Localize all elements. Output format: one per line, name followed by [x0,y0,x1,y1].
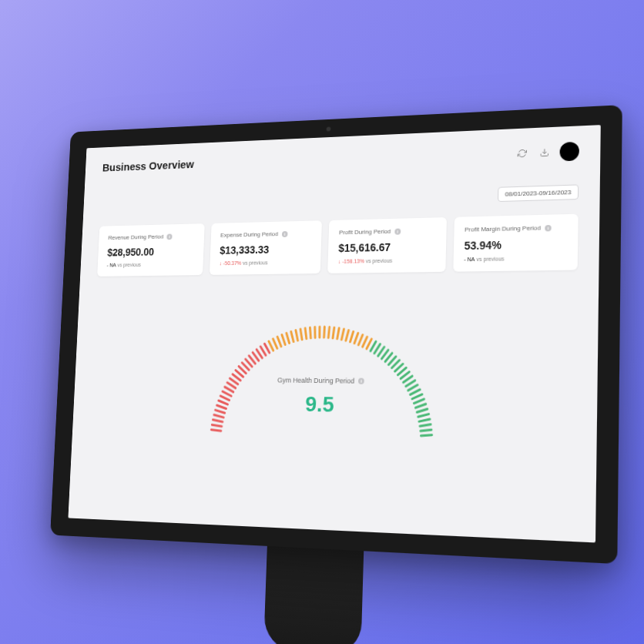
metric-card-revenue: Revenue During Period i $28,950.00 - NA … [97,223,204,277]
monitor-bezel: Business Overview 08/01/2023-09/16/2023 [50,105,622,564]
svg-line-48 [374,344,381,354]
metric-label: Expense During Period [220,230,278,238]
svg-line-4 [213,420,223,422]
svg-line-2 [211,430,221,431]
svg-line-26 [277,337,282,347]
gauge-section: Gym Health During Period i 9.5 [89,294,577,441]
refresh-icon[interactable] [515,146,529,161]
svg-line-41 [346,330,349,341]
metric-value: $13,333.33 [220,243,311,257]
svg-line-23 [264,344,270,353]
metric-card-expense: Expense During Period i $13,333.33 ↓ -50… [209,220,321,275]
metric-card-profit-margin: Profit Margin During Period i 53.94% - N… [453,214,579,272]
svg-line-29 [290,331,293,341]
metric-compare: ↓ -158.13% vs previous [338,257,434,264]
svg-line-5 [214,415,224,418]
svg-line-46 [367,339,371,349]
svg-line-45 [363,337,367,347]
metrics-row: Revenue During Period i $28,950.00 - NA … [97,214,579,277]
metric-compare: ↓ -50.37% vs previous [220,259,311,266]
metric-label: Profit During Period [339,228,391,236]
metric-value: $15,616.67 [338,240,435,254]
svg-line-22 [260,347,267,355]
gauge-label: Gym Health During Period [277,376,354,384]
svg-line-32 [305,328,307,339]
svg-line-69 [421,434,431,436]
metric-label: Revenue During Period [108,233,163,241]
svg-line-35 [320,327,320,337]
svg-line-40 [341,329,344,340]
svg-line-36 [324,327,325,337]
camera-notch [327,126,331,131]
svg-line-39 [337,328,340,339]
svg-line-28 [286,333,290,343]
download-icon[interactable] [537,145,552,159]
svg-line-66 [419,419,430,421]
svg-line-68 [421,430,431,431]
info-icon[interactable]: i [545,224,552,230]
page-title: Business Overview [102,158,194,174]
svg-line-44 [358,335,362,345]
svg-line-42 [350,331,353,341]
svg-line-3 [212,424,222,426]
svg-line-33 [310,327,311,338]
info-icon[interactable]: i [282,231,288,237]
metric-compare: - NA vs previous [464,255,566,262]
avatar[interactable] [559,142,579,162]
svg-line-31 [300,329,303,340]
metric-label: Profit Margin During Period [465,224,541,233]
svg-line-24 [268,341,273,351]
metric-card-profit: Profit During Period i $15,616.67 ↓ -158… [327,217,446,273]
svg-line-38 [333,327,334,338]
info-icon[interactable]: i [394,228,401,234]
gauge-value: 9.5 [197,391,448,420]
svg-line-27 [281,335,285,345]
svg-line-43 [354,333,358,343]
svg-line-67 [420,424,431,427]
svg-line-21 [257,350,263,358]
info-icon[interactable]: i [358,378,364,384]
date-range-picker[interactable]: 08/01/2023-09/16/2023 [498,184,579,202]
dashboard-screen: Business Overview 08/01/2023-09/16/2023 [68,125,600,542]
metric-compare: - NA vs previous [107,261,193,267]
info-icon[interactable]: i [166,233,172,240]
svg-line-34 [314,327,315,338]
svg-line-47 [371,341,376,351]
svg-line-49 [378,347,384,356]
svg-line-1 [211,434,221,435]
svg-line-25 [273,339,277,348]
metric-value: 53.94% [465,237,567,252]
svg-line-30 [295,330,298,340]
svg-line-37 [328,327,329,338]
metric-value: $28,950.00 [107,245,194,258]
